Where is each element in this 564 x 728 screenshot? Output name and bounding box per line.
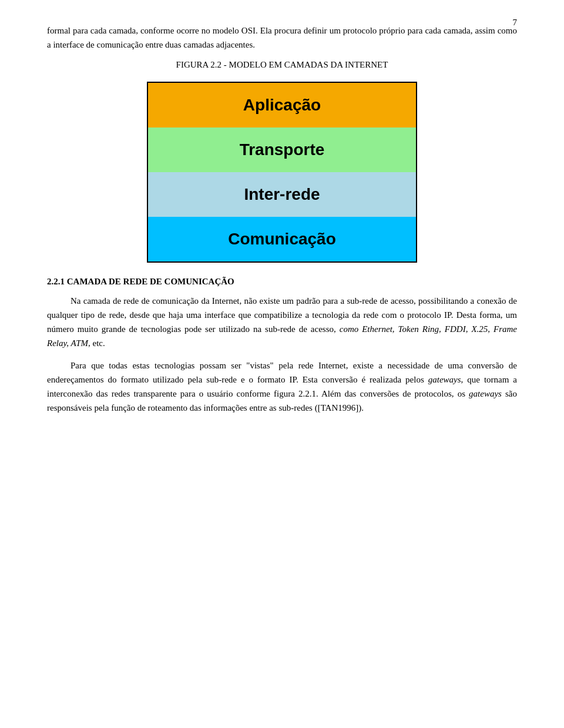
figure-container: Aplicação Transporte Inter-rede Comunica… bbox=[47, 82, 517, 263]
layer-comunicacao: Comunicação bbox=[148, 217, 416, 261]
section-body-2-paragraph: Para que todas estas tecnologias possam … bbox=[47, 358, 517, 415]
section-body-1-paragraph: Na camada de rede de comunicação da Inte… bbox=[47, 294, 517, 350]
layer-inter-rede: Inter-rede bbox=[148, 172, 416, 217]
italic-gateways-1: gateways bbox=[428, 375, 461, 384]
layer-inter-rede-label: Inter-rede bbox=[244, 185, 320, 204]
italic-tech-list: como Ethernet, Token Ring, FDDI, X.25, F… bbox=[47, 324, 517, 348]
section-heading: 2.2.1 CAMADA DE REDE DE COMUNICAÇÃO bbox=[47, 277, 517, 287]
intro-text: formal para cada camada, conforme ocorre… bbox=[47, 26, 517, 49]
layer-transporte: Transporte bbox=[148, 128, 416, 172]
figure-caption: FIGURA 2.2 - MODELO EM CAMADAS DA INTERN… bbox=[47, 60, 517, 70]
page-container: 7 formal para cada camada, conforme ocor… bbox=[0, 0, 564, 728]
intro-paragraph: formal para cada camada, conforme ocorre… bbox=[47, 24, 517, 52]
layer-aplicacao-label: Aplicação bbox=[243, 96, 321, 115]
layer-comunicacao-label: Comunicação bbox=[228, 230, 336, 249]
italic-gateways-2: gateways bbox=[469, 389, 502, 398]
layer-aplicacao: Aplicação bbox=[148, 83, 416, 128]
layer-transporte-label: Transporte bbox=[240, 140, 325, 159]
internet-model-diagram: Aplicação Transporte Inter-rede Comunica… bbox=[147, 82, 417, 263]
page-number: 7 bbox=[513, 18, 518, 28]
